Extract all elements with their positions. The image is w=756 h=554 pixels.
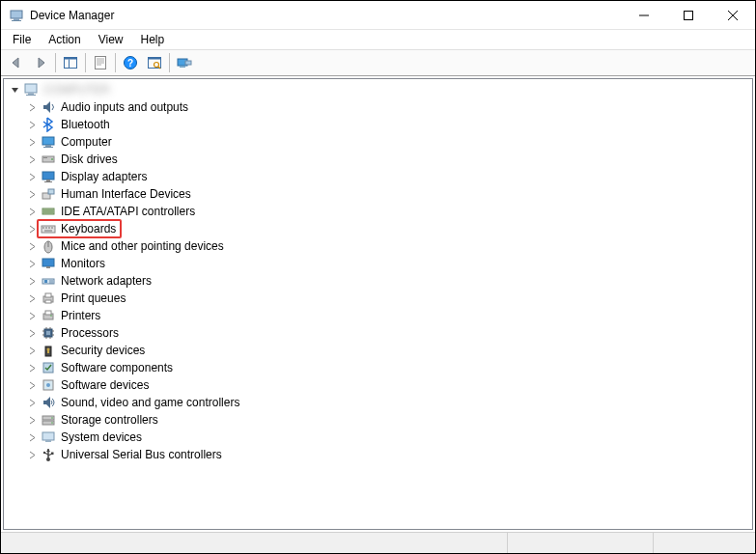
svg-rect-21	[25, 84, 37, 93]
tree-item-label: Disk drives	[59, 152, 120, 166]
scan-hardware-button[interactable]	[143, 51, 166, 74]
tree-item[interactable]: IDE ATA/ATAPI controllers	[4, 203, 752, 220]
tree-item[interactable]: Network adapters	[4, 272, 752, 290]
tree-item[interactable]: Universal Serial Bus controllers	[4, 446, 752, 463]
tree-item[interactable]: Display adapters	[4, 168, 752, 185]
svg-rect-15	[149, 58, 161, 60]
expand-toggle[interactable]	[25, 430, 39, 444]
tree-item[interactable]: Disk drives	[4, 151, 752, 168]
menu-help[interactable]: Help	[133, 32, 173, 47]
window-controls	[622, 1, 755, 29]
tree-item-label: IDE ATA/ATAPI controllers	[59, 205, 197, 218]
tree-item-label: Network adapters	[59, 274, 154, 288]
tree-item[interactable]: Bluetooth	[4, 116, 752, 133]
tree-item[interactable]: Software components	[4, 359, 752, 376]
menu-view[interactable]: View	[91, 32, 131, 47]
expand-toggle[interactable]	[25, 239, 39, 253]
computer-icon	[41, 134, 56, 150]
menu-file[interactable]: File	[5, 32, 39, 47]
root-label: COMPUTER	[42, 83, 112, 97]
back-button[interactable]	[5, 51, 28, 74]
expand-toggle[interactable]	[25, 309, 39, 322]
expand-toggle[interactable]	[25, 361, 39, 374]
tree-item-label: Storage controllers	[59, 413, 160, 427]
expand-toggle[interactable]	[25, 152, 39, 166]
expand-toggle[interactable]	[25, 118, 39, 131]
expand-toggle[interactable]	[25, 274, 39, 288]
tree-item[interactable]: Monitors	[4, 255, 752, 272]
hid-icon	[41, 186, 56, 202]
tree-item[interactable]: Print queues	[4, 290, 752, 307]
tree-item[interactable]: System devices	[4, 429, 752, 446]
statusbar	[1, 532, 755, 553]
tree-item[interactable]: Security devices	[4, 342, 752, 359]
tree-item-label: Processors	[59, 326, 121, 340]
devices-button[interactable]	[173, 51, 196, 74]
highlighted-item: Keyboards	[37, 219, 122, 238]
tree-item[interactable]: Sound, video and game controllers	[4, 394, 752, 411]
tree-item[interactable]: Processors	[4, 324, 752, 342]
expand-toggle[interactable]	[25, 135, 39, 149]
tree-item[interactable]: Storage controllers	[4, 411, 752, 429]
bluetooth-icon	[41, 117, 56, 132]
tree-item-label: Monitors	[59, 257, 107, 270]
tree-item[interactable]: Human Interface Devices	[4, 185, 752, 203]
expand-toggle[interactable]	[25, 170, 39, 183]
expand-toggle[interactable]	[25, 448, 39, 461]
expand-toggle[interactable]	[25, 100, 39, 114]
expand-toggle[interactable]	[25, 344, 39, 357]
tree-item-label: Printers	[59, 309, 102, 322]
forward-button[interactable]	[29, 51, 52, 74]
close-button[interactable]	[711, 1, 755, 29]
svg-rect-1	[14, 18, 19, 20]
tree-item-label: Display adapters	[59, 170, 149, 183]
expand-toggle[interactable]	[25, 257, 39, 270]
tree-item[interactable]: Keyboards	[4, 220, 752, 237]
audio-icon	[41, 99, 56, 115]
show-hide-tree-button[interactable]	[59, 51, 82, 74]
svg-rect-5	[65, 58, 77, 60]
expand-toggle[interactable]	[25, 187, 39, 201]
tree-item[interactable]: Computer	[4, 133, 752, 151]
tree-item-label: System devices	[59, 430, 144, 444]
tree-root-row[interactable]: COMPUTER	[4, 81, 752, 98]
svg-rect-3	[685, 11, 693, 19]
tree-item[interactable]: Printers	[4, 307, 752, 324]
tree-item-label: Security devices	[59, 344, 147, 357]
processor-icon	[41, 325, 56, 341]
swcomp-icon	[41, 360, 56, 375]
device-tree[interactable]: COMPUTER Audio inputs and outputsBluetoo…	[3, 78, 753, 530]
tree-item-label: Software devices	[59, 378, 151, 392]
tree-item[interactable]: Mice and other pointing devices	[4, 237, 752, 255]
toolbar-separator	[115, 53, 116, 72]
tree-item[interactable]: Software devices	[4, 376, 752, 394]
svg-rect-0	[11, 11, 22, 18]
expand-toggle[interactable]	[25, 396, 39, 409]
window-title: Device Manager	[30, 9, 114, 22]
expand-toggle[interactable]	[25, 326, 39, 340]
tree-item[interactable]: Audio inputs and outputs	[4, 98, 752, 116]
minimize-button[interactable]	[622, 1, 666, 29]
expand-toggle[interactable]	[25, 413, 39, 427]
tree-item-label: Universal Serial Bus controllers	[59, 448, 224, 461]
help-button[interactable]: ?	[119, 51, 142, 74]
titlebar: Device Manager	[1, 1, 755, 30]
svg-rect-2	[12, 20, 21, 21]
menu-action[interactable]: Action	[41, 32, 88, 47]
storage-icon	[41, 412, 56, 428]
expand-toggle[interactable]	[25, 291, 39, 305]
expand-toggle[interactable]	[25, 205, 39, 218]
app-icon	[9, 8, 24, 23]
expand-toggle[interactable]	[25, 378, 39, 392]
status-cell	[654, 533, 755, 553]
properties-button[interactable]	[89, 51, 112, 74]
toolbar-separator	[85, 53, 86, 72]
svg-rect-20	[185, 61, 191, 65]
maximize-button[interactable]	[666, 1, 711, 29]
usb-icon	[41, 447, 56, 462]
toolbar-separator	[55, 53, 56, 72]
tree-item-label: Software components	[59, 361, 175, 374]
device-manager-window: Device Manager File Action View Help	[0, 0, 756, 554]
expand-toggle[interactable]	[8, 83, 21, 97]
tree-children: Audio inputs and outputsBluetoothCompute…	[4, 98, 752, 463]
